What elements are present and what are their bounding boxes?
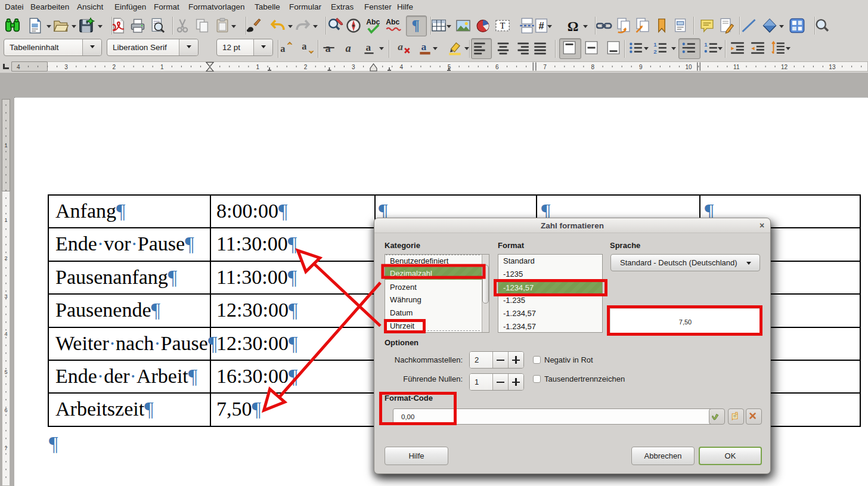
- svg-text:3: 3: [64, 64, 68, 70]
- svg-text:5: 5: [4, 369, 7, 375]
- svg-text:8: 8: [591, 64, 595, 70]
- svg-text:1: 1: [256, 64, 260, 70]
- svg-text:11: 11: [733, 64, 740, 70]
- svg-text:4: 4: [17, 64, 20, 70]
- svg-text:1: 1: [160, 64, 164, 70]
- svg-text:2: 2: [304, 64, 308, 70]
- svg-text:3: 3: [352, 64, 355, 70]
- svg-text:1: 1: [4, 217, 7, 223]
- svg-text:4: 4: [399, 64, 403, 70]
- svg-text:1: 1: [4, 143, 7, 148]
- svg-text:10: 10: [685, 64, 692, 70]
- svg-text:7: 7: [543, 64, 547, 70]
- svg-text:13: 13: [829, 64, 836, 70]
- svg-text:2: 2: [113, 64, 116, 70]
- svg-text:6: 6: [495, 64, 499, 70]
- svg-text:6: 6: [4, 407, 7, 413]
- svg-text:12: 12: [781, 64, 788, 70]
- svg-text:4: 4: [4, 331, 7, 337]
- svg-text:9: 9: [639, 64, 643, 70]
